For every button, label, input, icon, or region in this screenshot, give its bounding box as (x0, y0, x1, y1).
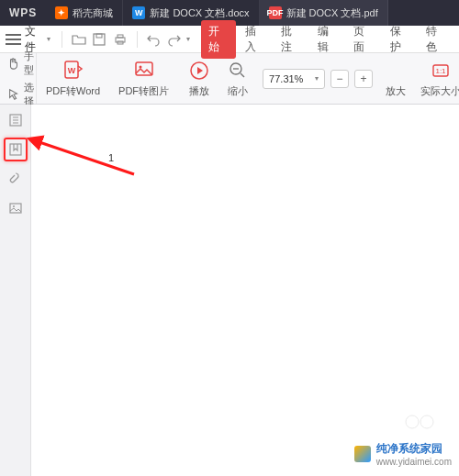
page: 1 (44, 114, 452, 439)
document-area[interactable]: 1 (31, 105, 459, 476)
zoom-in-button[interactable]: 放大 (380, 53, 411, 104)
chevron-down-icon: ▾ (315, 74, 319, 83)
save-icon[interactable] (91, 30, 108, 49)
zoom-out-icon (226, 59, 250, 83)
svg-point-25 (420, 415, 433, 428)
actual-size-button[interactable]: 1:1 实际大小 (411, 53, 459, 104)
app-logo-text: WPS (9, 6, 37, 19)
watermark: 纯净系统家园 www.yidaimei.com (354, 441, 452, 467)
pdf-icon: PDF (269, 6, 282, 19)
pdf-to-image-button[interactable]: PDF转图片 (109, 53, 178, 104)
cursor-icon (7, 87, 20, 102)
toolbar: 手型 选择 W PDF转Word PDF转图片 播放 缩小 (0, 53, 459, 105)
rail-image-icon[interactable] (4, 196, 28, 220)
watermark-cn: 纯净系统家园 (376, 441, 452, 457)
tab-label: 新建 DOCX 文档.docx (150, 6, 249, 20)
svg-line-12 (241, 73, 244, 77)
rail-bookmark-icon[interactable] (4, 138, 28, 161)
print-icon[interactable] (112, 30, 129, 49)
watermark-url: www.yidaimei.com (376, 457, 452, 467)
ghost-icons (404, 414, 441, 430)
svg-rect-3 (118, 35, 123, 38)
svg-point-24 (406, 415, 419, 428)
hand-mode[interactable]: 手型 (7, 50, 36, 77)
open-icon[interactable] (70, 30, 87, 49)
titlebar-tab-store[interactable]: ✦ 稻壳商城 (46, 0, 123, 26)
separator (137, 31, 138, 48)
actual-size-icon: 1:1 (429, 59, 453, 83)
play-button[interactable]: 播放 (178, 53, 220, 104)
zoom-out-button[interactable]: 缩小 (220, 53, 255, 104)
select-label: 选择 (24, 81, 36, 108)
zoom-in-label: 放大 (386, 84, 406, 98)
redo-icon[interactable] (165, 30, 183, 49)
svg-rect-0 (94, 34, 105, 45)
svg-rect-20 (10, 144, 21, 155)
hand-label: 手型 (24, 50, 36, 77)
watermark-logo-icon (354, 446, 371, 462)
hand-icon (7, 56, 20, 71)
play-label: 播放 (189, 84, 209, 98)
zoom-out-label: 缩小 (228, 84, 248, 98)
svg-point-22 (13, 205, 15, 207)
zoom-plus-button[interactable]: + (354, 70, 373, 88)
tab-label: 稻壳商城 (73, 6, 113, 20)
pdf-to-word-button[interactable]: W PDF转Word (37, 53, 109, 104)
word-icon: W (132, 6, 145, 19)
actual-size-label: 实际大小 (420, 84, 459, 98)
svg-rect-21 (10, 204, 21, 213)
svg-text:W: W (67, 66, 75, 75)
pdf-word-label: PDF转Word (46, 84, 100, 98)
left-rail (0, 105, 31, 476)
app-logo: WPS (0, 0, 46, 26)
zoom-dropdown[interactable]: 77.31% ▾ (263, 69, 325, 89)
pdf-image-icon (132, 59, 156, 83)
separator (62, 31, 62, 48)
menu-row: 文件 ▾ ▾ 开始 插入 批注 编辑 页面 保护 特色 (0, 26, 459, 53)
fire-icon: ✦ (55, 6, 68, 19)
rail-outline-icon[interactable] (4, 108, 28, 132)
page-number: 1 (108, 152, 114, 163)
play-icon (187, 59, 211, 83)
rail-attachment-icon[interactable] (4, 167, 28, 191)
toolbar-mode-group: 手型 选择 (0, 53, 37, 104)
svg-text:1:1: 1:1 (436, 67, 447, 75)
zoom-value: 77.31% (269, 73, 303, 84)
zoom-minus-button[interactable]: − (330, 70, 349, 88)
select-mode[interactable]: 选择 (7, 81, 36, 108)
tab-label: 新建 DOCX 文档.pdf (286, 6, 378, 20)
zoom-field-group: 77.31% ▾ − + (255, 53, 380, 104)
pdf-image-label: PDF转图片 (118, 84, 169, 98)
chevron-down-icon: ▾ (47, 35, 50, 43)
undo-icon[interactable] (145, 30, 162, 49)
chevron-down-icon[interactable]: ▾ (186, 35, 190, 43)
hamburger-icon[interactable] (6, 31, 21, 48)
pdf-word-icon: W (62, 59, 85, 83)
